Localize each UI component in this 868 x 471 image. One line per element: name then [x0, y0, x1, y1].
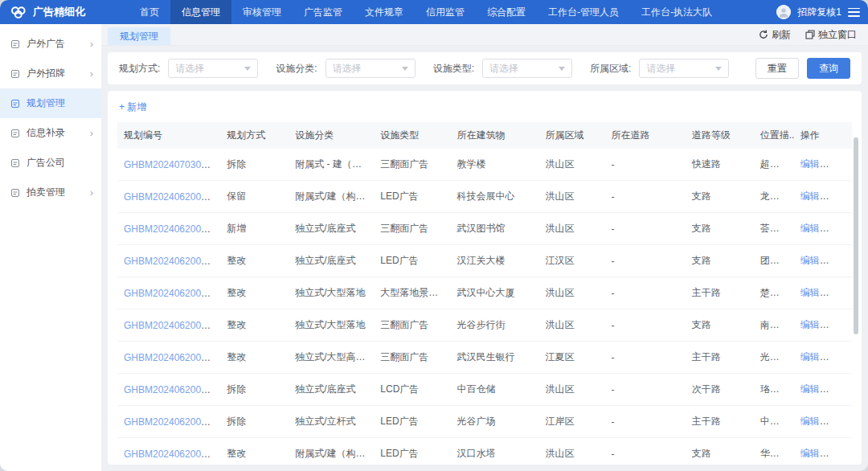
sidebar-item[interactable]: 拍卖管理›: [0, 178, 101, 207]
table-cell: 独立式/大型落地: [289, 277, 374, 309]
username[interactable]: 招牌复核1: [797, 6, 841, 19]
nav-item[interactable]: 首页: [129, 0, 170, 24]
table-cell: GHBM202406200007: [117, 374, 220, 406]
popout-window-icon: [805, 30, 815, 39]
table-cell: 整改: [220, 277, 289, 309]
app-title: 广告精细化: [33, 5, 85, 19]
table-cell: 洪山区: [539, 277, 605, 309]
table-row: GHBM202406200007拆除独立式/底座式LCD广告中百仓储洪山区-次干…: [117, 374, 852, 406]
column-header: 所在建筑物: [450, 122, 538, 149]
table-cell: LED广告: [374, 438, 450, 465]
table-cell: 独立式/立杆式: [289, 406, 374, 438]
edit-link[interactable]: 编辑: [800, 223, 829, 234]
table-cell: 独立式/大型高立柱: [289, 342, 374, 374]
column-header: 道路等级: [686, 122, 754, 149]
nav-item[interactable]: 综合配置: [476, 0, 537, 24]
delete-link[interactable]: 删除: [833, 255, 852, 266]
nav-item[interactable]: 信用监管: [415, 0, 476, 24]
table-cell: 独立式/底座式: [289, 213, 374, 245]
table-cell: 洪山区: [539, 374, 605, 406]
filter-field: 所属区域:请选择: [590, 59, 729, 78]
table-cell: 附属式 - 建（构）筑物...: [289, 149, 374, 181]
edit-link[interactable]: 编辑: [800, 319, 829, 330]
planning-id-link[interactable]: GHBM202406200006: [124, 352, 217, 363]
sidebar-item-label: 信息补录: [27, 126, 65, 140]
filter-select[interactable]: 请选择: [168, 59, 258, 78]
delete-link[interactable]: 删除: [833, 448, 852, 459]
delete-link[interactable]: 删除: [833, 319, 852, 330]
edit-link[interactable]: 编辑: [800, 383, 829, 395]
planning-id-link[interactable]: GHBM202406200009: [124, 448, 217, 460]
planning-id-link[interactable]: GHBM202406200003: [124, 256, 217, 267]
nav-item[interactable]: 广告监管: [293, 0, 354, 24]
planning-id-link[interactable]: GHBM202406200002: [124, 191, 217, 203]
nav-item[interactable]: 工作台-管理人员: [537, 0, 630, 24]
sidebar-item[interactable]: 户外招牌›: [0, 59, 101, 88]
edit-link[interactable]: 编辑: [800, 158, 829, 170]
filter-select[interactable]: 请选择: [482, 59, 572, 78]
planning-id-link[interactable]: GHBM202406200001: [124, 223, 217, 235]
nav-item[interactable]: 工作台-执法大队: [630, 0, 723, 24]
filter-select[interactable]: 请选择: [639, 59, 729, 78]
table-cell: GHBM202406200006: [117, 342, 220, 374]
edit-link[interactable]: 编辑: [800, 255, 829, 266]
column-header: 规划编号: [117, 122, 220, 149]
sidebar-item[interactable]: 规划管理: [0, 88, 101, 118]
tab-band: 规划管理 刷新: [101, 24, 868, 46]
reset-button[interactable]: 重置: [755, 58, 799, 79]
table-cell: -: [605, 277, 686, 309]
megaphone-icon: [10, 39, 20, 49]
table-cell: 整改: [220, 438, 289, 465]
filter-select[interactable]: 请选择: [326, 59, 416, 78]
planning-id-link[interactable]: GHBM202406200008: [124, 416, 217, 428]
planning-id-link[interactable]: GHBM202406200007: [124, 384, 217, 395]
delete-link[interactable]: 删除: [833, 158, 852, 170]
edit-link[interactable]: 编辑: [800, 416, 829, 427]
nav-item[interactable]: 信息管理: [170, 0, 231, 24]
planning-id-link[interactable]: GHBM202407030001: [124, 159, 217, 170]
table-cell: GHBM202407030001: [117, 149, 220, 181]
edit-link[interactable]: 编辑: [800, 287, 829, 298]
table-cell: GHBM202406200004: [117, 277, 220, 309]
table-cell: 江夏区: [539, 342, 605, 374]
edit-link[interactable]: 编辑: [800, 351, 829, 362]
delete-link[interactable]: 删除: [833, 223, 852, 234]
table-cell: 超宝工...: [754, 149, 794, 181]
select-placeholder: 请选择: [646, 62, 675, 76]
delete-link[interactable]: 删除: [833, 383, 852, 395]
refresh-button[interactable]: 刷新: [759, 28, 791, 42]
table-cell: 汉口水塔: [450, 438, 538, 465]
table-cell: 汉江关大楼: [450, 245, 538, 277]
add-button[interactable]: + 新增: [119, 100, 146, 114]
sidebar: 户外广告›户外招牌›规划管理信息补录›广告公司拍卖管理›: [0, 24, 101, 471]
table-cell: LED广告: [374, 181, 450, 213]
delete-link[interactable]: 删除: [833, 287, 852, 298]
planning-id-link[interactable]: GHBM202406200005: [124, 320, 217, 331]
popout-window-button[interactable]: 独立窗口: [805, 28, 857, 42]
refresh-icon: [759, 30, 768, 39]
avatar[interactable]: [776, 5, 791, 19]
table-cell: GHBM202406200001: [117, 213, 220, 245]
sidebar-item[interactable]: 广告公司: [0, 148, 101, 178]
delete-link[interactable]: 删除: [833, 416, 852, 427]
table-cell: 科技会展中心: [450, 181, 538, 213]
nav-item[interactable]: 审核管理: [231, 0, 293, 24]
chevron-down-icon: [402, 67, 408, 71]
sidebar-item[interactable]: 户外广告›: [0, 29, 101, 59]
sidebar-item[interactable]: 信息补录›: [0, 118, 101, 148]
edit-link[interactable]: 编辑: [800, 190, 829, 202]
search-button[interactable]: 查询: [807, 58, 850, 79]
delete-link[interactable]: 删除: [833, 351, 852, 362]
delete-link[interactable]: 删除: [833, 190, 852, 202]
chevron-down-icon: [244, 67, 251, 71]
vertical-scrollbar[interactable]: [854, 137, 858, 334]
table-cell: -: [605, 245, 686, 277]
hamburger-icon[interactable]: [848, 8, 860, 17]
tab-planning[interactable]: 规划管理: [108, 27, 170, 45]
nav-item[interactable]: 文件规章: [354, 0, 415, 24]
table-cell: GHBM202406200008: [117, 406, 220, 438]
column-header: 所属区域: [539, 122, 605, 149]
planning-id-link[interactable]: GHBM202406200004: [124, 288, 217, 299]
table-cell: 洪山区: [539, 149, 605, 181]
edit-link[interactable]: 编辑: [800, 448, 829, 459]
